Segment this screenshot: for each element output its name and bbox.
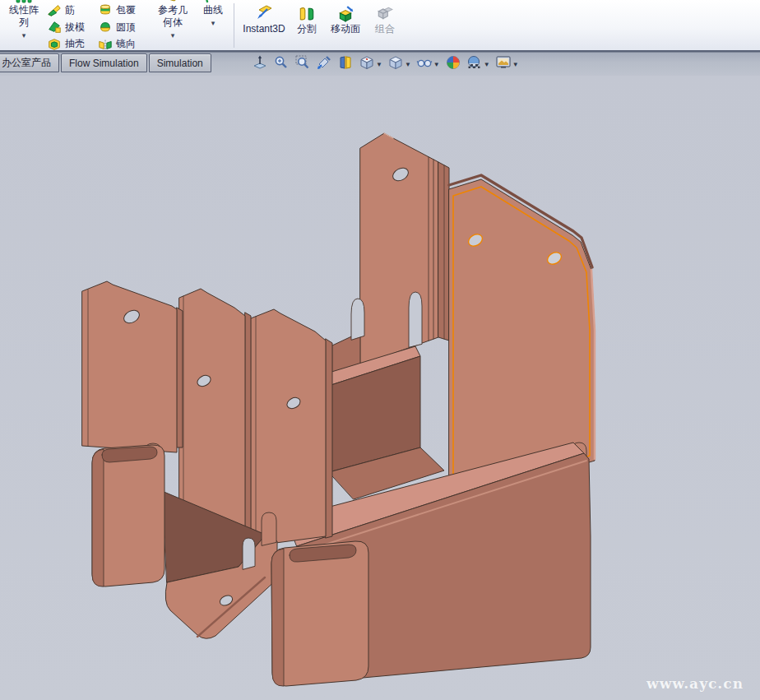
hide-show-items-button[interactable]: ▼ [414, 54, 443, 74]
front-tab-middle[interactable] [179, 289, 245, 536]
combine-icon [376, 2, 394, 23]
rib-button[interactable]: 筋 [46, 2, 97, 19]
apply-scene-icon [466, 54, 483, 74]
instant3d-icon [254, 2, 274, 23]
zoom-to-area-button[interactable] [292, 54, 313, 74]
draft-button[interactable]: 拔模 [46, 19, 97, 36]
front-tab-right[interactable] [251, 309, 326, 546]
command-tab-strip: 办公室产品 Flow Simulation Simulation [0, 52, 760, 76]
view-orientation-icon [359, 54, 375, 74]
view-settings-icon [495, 54, 512, 74]
sheet-metal-bracket-model[interactable] [0, 76, 760, 700]
front-right-foot[interactable] [271, 541, 368, 686]
tab-side-face[interactable] [245, 313, 251, 536]
edit-appearance-button[interactable] [443, 54, 464, 74]
split-button[interactable]: 分割 [290, 0, 323, 52]
keyhole-slot [409, 292, 422, 347]
zoom-to-fit-button[interactable] [271, 54, 292, 74]
watermark: www.ayc.cn [646, 675, 744, 692]
linear-pattern-button[interactable]: 线性阵 列 ▾ [2, 0, 46, 52]
section-view-button[interactable] [335, 54, 356, 74]
toolbar-separator [234, 3, 234, 48]
dropdown-caret-icon[interactable]: ▼ [376, 61, 382, 68]
base-tab-finger[interactable] [262, 512, 276, 545]
reference-geometry-label: 参考几 何体 [158, 4, 188, 29]
move-face-button[interactable]: 移动面 [323, 0, 368, 52]
curves-button[interactable]: 曲线 ▾ [196, 0, 230, 52]
dome-button[interactable]: 圆顶 [97, 19, 150, 36]
move-face-icon [336, 2, 355, 23]
magnified-selection-icon [316, 54, 332, 74]
shell-button[interactable]: 抽壳 [46, 35, 97, 52]
solidworks-window: 线性阵 列 ▾ 筋 [0, 0, 760, 700]
tab-side-face[interactable] [326, 339, 332, 538]
mirror-button[interactable]: 镜向 [97, 35, 150, 52]
display-style-icon [387, 54, 404, 74]
rear-panel-face[interactable] [360, 133, 438, 365]
edit-appearance-icon [445, 54, 461, 74]
previous-view-button[interactable] [249, 54, 271, 74]
split-icon [298, 2, 316, 23]
tab-simulation[interactable]: Simulation [149, 53, 211, 72]
previous-view-icon [252, 54, 268, 74]
keyhole-slot [351, 299, 364, 340]
dropdown-caret-icon[interactable]: ▾ [211, 19, 215, 27]
magnified-selection-button[interactable] [313, 54, 335, 74]
command-tabs: 办公室产品 Flow Simulation Simulation [0, 53, 213, 72]
view-settings-button[interactable]: ▼ [493, 54, 521, 74]
dropdown-caret-icon[interactable]: ▾ [171, 31, 175, 39]
shell-icon [46, 36, 63, 52]
combine-button: 组合 [368, 0, 402, 52]
apply-scene-button[interactable]: ▼ [464, 54, 493, 74]
heads-up-view-toolbar: ▼ ▼ [249, 54, 521, 74]
rib-icon [46, 2, 63, 18]
view-orientation-button[interactable]: ▼ [356, 54, 385, 74]
features-toolbar: 线性阵 列 ▾ 筋 [0, 0, 760, 52]
reference-geometry-button[interactable]: 参考几 何体 ▾ [150, 0, 196, 52]
graphics-area[interactable]: www.ayc.cn [0, 76, 760, 700]
front-tab-left[interactable] [82, 281, 177, 452]
dropdown-caret-icon[interactable]: ▼ [484, 61, 490, 68]
tab-office-products[interactable]: 办公室产品 [0, 53, 59, 72]
instant3d-button[interactable]: Instant3D [238, 0, 290, 52]
hide-show-items-icon [416, 54, 433, 74]
dropdown-caret-icon[interactable]: ▼ [433, 61, 440, 68]
tab-side-face[interactable] [177, 308, 183, 447]
tab-flow-simulation[interactable]: Flow Simulation [61, 53, 147, 72]
zoom-to-area-icon [294, 54, 311, 74]
zoom-to-fit-icon [273, 54, 290, 74]
wrap-button[interactable]: 包覆 [97, 2, 150, 19]
dropdown-caret-icon[interactable]: ▼ [405, 61, 411, 68]
wrap-icon [97, 2, 114, 18]
draft-icon [46, 19, 63, 35]
dropdown-caret-icon[interactable]: ▾ [22, 31, 26, 39]
rear-panel-fold[interactable] [438, 162, 449, 341]
keyhole-slot [243, 538, 255, 569]
dropdown-caret-icon[interactable]: ▼ [512, 61, 519, 68]
dome-icon [97, 19, 114, 35]
display-style-button[interactable]: ▼ [385, 54, 414, 74]
mirror-icon [97, 36, 114, 52]
linear-pattern-label: 线性阵 列 [9, 4, 39, 29]
section-view-icon [337, 54, 354, 74]
